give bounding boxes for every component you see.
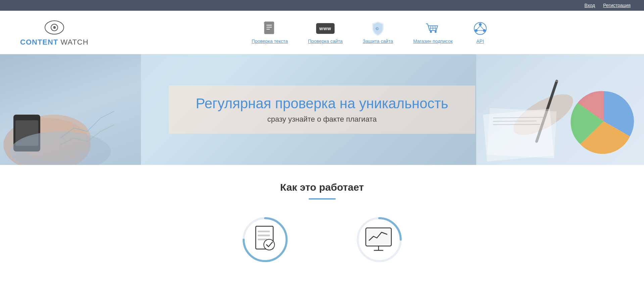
nav-check-site[interactable]: www Проверка сайта — [308, 21, 343, 44]
shield-icon: © — [370, 21, 385, 36]
hero-banner: Регулярная проверка на уникальность сраз… — [0, 54, 644, 165]
svg-rect-5 — [264, 22, 274, 34]
how-icon-monitor — [356, 216, 403, 263]
nav-check-site-label: Проверка сайта — [308, 39, 343, 44]
logo-watch: WATCH — [58, 38, 88, 46]
header: © CONTENT WATCH Проверка текста — [0, 11, 644, 54]
svg-line-37 — [493, 124, 540, 125]
main-nav: Проверка текста www Проверка сайта © Защ… — [115, 21, 624, 44]
svg-point-15 — [435, 31, 437, 33]
svg-rect-40 — [258, 231, 270, 232]
nav-protect-site-label: Защита сайта — [363, 39, 393, 44]
logo[interactable]: © CONTENT WATCH — [20, 18, 89, 47]
nav-check-text-label: Проверка текста — [252, 39, 288, 44]
doc-icon — [262, 21, 277, 36]
svg-rect-34 — [487, 108, 557, 158]
svg-rect-42 — [258, 239, 267, 240]
nav-api[interactable]: API — [473, 21, 488, 44]
login-link[interactable]: Вход — [584, 3, 595, 8]
svg-point-14 — [430, 31, 432, 33]
top-bar: Вход Регистрация — [0, 0, 644, 11]
checklist-circle — [242, 216, 289, 263]
how-it-works-title: Как это работает — [7, 182, 637, 193]
how-icon-checklist — [242, 216, 289, 263]
svg-text:©: © — [52, 26, 54, 29]
svg-point-17 — [479, 23, 482, 26]
logo-content: CONTENT — [20, 38, 58, 46]
api-icon — [473, 21, 488, 36]
www-icon: www — [318, 21, 333, 36]
nav-check-text[interactable]: Проверка текста — [252, 21, 288, 44]
nav-api-label: API — [477, 39, 484, 44]
nav-protect-site[interactable]: © Защита сайта — [363, 21, 393, 44]
how-icons-row — [7, 216, 637, 270]
hero-title: Регулярная проверка на уникальность — [196, 96, 448, 112]
monitor-circle — [356, 216, 403, 263]
svg-line-20 — [480, 26, 484, 29]
svg-line-21 — [477, 26, 480, 29]
svg-point-43 — [264, 239, 275, 250]
how-it-works-section: Как это работает — [0, 165, 644, 277]
hero-subtitle: сразу узнайте о факте плагиата — [196, 115, 448, 124]
hero-left-decoration — [0, 54, 141, 165]
svg-rect-46 — [367, 229, 390, 245]
basket-icon — [426, 21, 440, 36]
hero-right-decoration — [476, 54, 644, 165]
svg-line-36 — [493, 121, 537, 121]
svg-text:©: © — [376, 26, 379, 31]
logo-text: CONTENT WATCH — [20, 38, 89, 47]
register-link[interactable]: Регистрация — [603, 3, 631, 8]
how-divider — [309, 198, 336, 199]
nav-shop-label: Магазин подписок — [413, 39, 453, 44]
svg-rect-41 — [258, 235, 270, 236]
logo-icon: © — [43, 18, 66, 37]
nav-shop[interactable]: Магазин подписок — [413, 21, 453, 44]
hero-text-box: Регулярная проверка на уникальность сраз… — [169, 85, 475, 134]
